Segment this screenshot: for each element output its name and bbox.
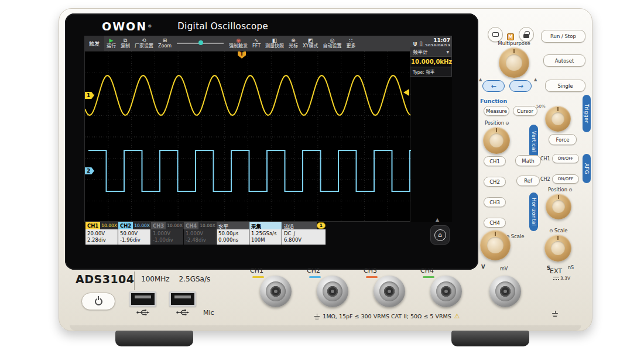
right-foot	[451, 331, 529, 346]
afg-section-label: AFG	[583, 154, 591, 183]
toolbar-more-button[interactable]: ∷ 更多	[344, 36, 358, 51]
scroll-up-icon[interactable]: ▲	[436, 217, 439, 222]
run-stop-button[interactable]: Run / Stop	[541, 30, 585, 43]
toolbar-trigger-menu[interactable]: 触发	[84, 36, 104, 51]
ref-button[interactable]: Ref	[516, 176, 540, 186]
afg-ch2-onoff-button[interactable]: ON/OFF	[552, 174, 579, 184]
slider-marker[interactable]	[198, 40, 203, 45]
ch3-position: -1.00div	[153, 237, 181, 243]
ch3-button[interactable]: CH3	[484, 197, 506, 207]
warning-text: 1MΩ, 15pF ≤ 300 VRMS CAT II; 50Ω ≤ 5 VRM…	[323, 313, 451, 319]
toolbar-measure-snapshot-button[interactable]: ◧ 测量快照	[263, 36, 286, 51]
specs: 100MHz 2.5GSa/s	[141, 275, 210, 283]
ch1-input-label: CH1	[250, 267, 263, 274]
ch3-input-label: CH3	[364, 267, 377, 274]
zero-icon: ⊖	[549, 228, 553, 233]
horizontal-scale-knob[interactable]	[544, 235, 571, 262]
vertical-position-knob[interactable]	[483, 127, 510, 154]
measure-button[interactable]: Measure	[484, 106, 509, 116]
ch4-status-box[interactable]: CH4 10.00X 1.000V -2.48div	[184, 222, 216, 245]
trigger-section-label: Trigger	[583, 95, 591, 132]
toolbar-auto-setup-button[interactable]: ◎ 自动设置	[320, 36, 344, 51]
home-button[interactable]: ⌂	[430, 225, 450, 245]
factory-reset-icon: ⟲	[142, 37, 146, 43]
ch4-position: -2.48div	[186, 237, 214, 243]
multipurpose-knob[interactable]	[499, 47, 529, 78]
toolbar-force-trigger-button[interactable]: ◉ 强制触发	[227, 36, 250, 51]
crosshair-icon: ⊕	[291, 37, 296, 43]
ch2-button[interactable]: CH2	[484, 177, 506, 187]
trigger-level: 6.800V	[284, 237, 324, 243]
ch1-button[interactable]: CH1	[484, 156, 506, 166]
usb-port-1[interactable]	[129, 291, 156, 307]
zoom-icon: ⊞	[163, 37, 167, 43]
navigate-right-button[interactable]: →	[509, 80, 532, 92]
toolbar-factory-settings-button[interactable]: ⟲ 厂家设置	[132, 36, 156, 51]
toolbar-run-button[interactable]: ▶ 运行	[104, 36, 118, 51]
navigate-left-button[interactable]: ←	[482, 80, 505, 92]
memory-depth: 100M	[251, 237, 280, 243]
ch2-input-label: CH2	[307, 267, 320, 274]
horizontal-position-label: Position ⊖	[548, 187, 573, 193]
toolbar-cursor-button[interactable]: ⊕ 光标	[286, 36, 300, 51]
ch4-button[interactable]: CH4	[484, 218, 506, 228]
control-panel: Run / Stop M Multipurpose Autoset ▲ ▲ ← …	[478, 18, 592, 271]
ch4-bnc-connector	[430, 276, 462, 307]
toolbar-copy-button[interactable]: ⧉ 复制	[118, 36, 132, 51]
acquire-status-box[interactable]: 采集 1.25GSa/s 100M	[249, 222, 282, 245]
usb-port-2[interactable]	[169, 291, 196, 307]
bnc-pin	[503, 290, 507, 293]
trigger-fifty-percent-label: 50%	[536, 104, 546, 109]
toolbar: 触发 ▶ 运行 ⧉ 复制 ⟲ 厂家设置 ⊞ Zoom	[84, 36, 452, 51]
trigger-level-knob[interactable]	[545, 106, 571, 132]
ch3-status-box[interactable]: CH3 10.00X 1.000V -1.00div	[151, 222, 183, 245]
trigger-status-box[interactable]: 边沿 1 DC ∫ 6.800V	[282, 222, 326, 245]
dc-symbol-icon	[553, 276, 559, 281]
frequency-counter-header[interactable]: 频率计 ▼	[410, 47, 451, 56]
ch2-status-box[interactable]: CH2 10.00X 50.00V -1.96div	[118, 222, 150, 245]
toolbar-fft-button[interactable]: ∿ FFT	[250, 36, 263, 51]
warning-icon: ⚠	[454, 312, 460, 320]
single-button[interactable]: Single	[545, 80, 585, 92]
screen-display: OWON ® Digital Oscilloscope 触发 ▶ 运行 ⧉ 复制	[84, 17, 452, 246]
autoset-button[interactable]: Autoset	[543, 54, 585, 67]
sample-rate: 2.5GSa/s	[179, 275, 211, 283]
ext-input-label: EXT	[550, 267, 562, 275]
ch3-color-bar	[366, 276, 378, 278]
cursor-button[interactable]: Cursor	[513, 106, 537, 116]
horizontal-position-knob[interactable]	[546, 194, 571, 219]
power-button[interactable]	[81, 293, 115, 310]
ch1-status-box[interactable]: CH1 10.00X 20.00V 2.28div	[85, 222, 118, 245]
up-triangle-icon: ▲	[534, 77, 537, 82]
multipurpose-label: Multipurpose	[484, 40, 544, 46]
math-button[interactable]: Math	[515, 155, 541, 166]
front-panel: ADS3104 100MHz 2.5GSa/s	[59, 267, 593, 332]
toolbar-xy-mode-button[interactable]: ◩ XY模式	[300, 36, 320, 51]
ch4-color-bar	[423, 276, 434, 278]
horizontal-scale-label: ⊖ Scale	[549, 228, 568, 233]
toolbar-zoom-button[interactable]: ⊞ Zoom	[156, 36, 174, 51]
afg-ch1-onoff-button[interactable]: ON/OFF	[552, 154, 579, 163]
horizontal-position-slider[interactable]	[174, 36, 227, 51]
left-foot	[115, 331, 193, 346]
trigger-level-marker[interactable]	[403, 89, 409, 96]
usb-icon: ψ	[413, 40, 417, 47]
frequency-type: Type: 频率	[410, 67, 451, 76]
xy-mode-icon: ◩	[308, 37, 313, 43]
play-icon: ▶	[109, 37, 114, 43]
force-button[interactable]: Force	[549, 134, 577, 145]
screen-title: Digital Oscilloscope	[177, 21, 268, 32]
screen-header: OWON ® Digital Oscilloscope	[84, 17, 452, 36]
ch1-scale: 20.00V	[87, 231, 116, 237]
bandwidth: 100MHz	[141, 275, 170, 283]
vertical-scale-knob[interactable]	[480, 230, 511, 260]
ch4-scale: 1.000V	[186, 231, 214, 237]
horizontal-status-box[interactable]: 水平 50.00μs 0.000ns	[217, 222, 249, 245]
registered-mark: ®	[148, 24, 152, 29]
power-icon	[95, 298, 102, 305]
display-icon	[492, 32, 499, 37]
divider	[134, 271, 135, 290]
vertical-position-label: Position ⊖	[485, 120, 509, 126]
trigger-coupling: DC ∫	[284, 231, 324, 237]
oscilloscope-body: OWON ® Digital Oscilloscope 触发 ▶ 运行 ⧉ 复制	[59, 8, 592, 331]
